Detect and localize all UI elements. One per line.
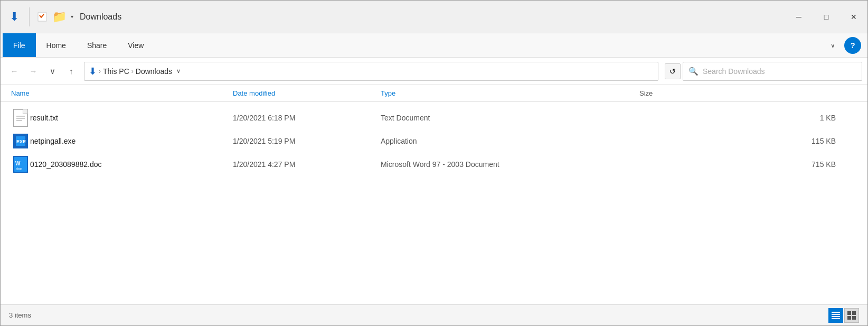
svg-rect-18 — [852, 311, 856, 315]
nav-dropdown-button[interactable]: ∨ — [44, 63, 61, 80]
menu-share[interactable]: Share — [77, 33, 117, 57]
nav-bar: ← → ∨ ↑ ⬇ › This PC › Downloads ∨ ↺ 🔍 Se… — [1, 58, 867, 85]
address-dropdown-arrow[interactable]: ∨ — [176, 68, 181, 74]
table-row[interactable]: W .doc 0120_203089882.doc 1/20/2021 4:27… — [1, 153, 867, 176]
close-button[interactable]: ✕ — [840, 1, 867, 33]
file-name: netpingall.exe — [30, 137, 233, 145]
address-downloads: Downloads — [136, 67, 172, 76]
exe-icon: EXE — [13, 134, 28, 148]
window-title: Downloads — [80, 12, 121, 22]
svg-rect-19 — [847, 316, 851, 320]
window-controls: ─ □ ✕ — [785, 1, 867, 33]
menu-bar: File Home Share View ∨ ? — [1, 33, 867, 58]
checklist-icon — [36, 11, 49, 23]
search-icon: 🔍 — [688, 67, 699, 76]
menu-file[interactable]: File — [3, 33, 36, 57]
download-icon: ⬇ — [6, 8, 23, 25]
up-button[interactable]: ↑ — [63, 63, 80, 80]
forward-button[interactable]: → — [25, 63, 42, 80]
search-bar[interactable]: 🔍 Search Downloads — [683, 62, 862, 81]
svg-rect-14 — [832, 314, 840, 315]
title-dropdown-arrow[interactable]: ▾ — [71, 14, 73, 20]
file-date: 1/20/2021 5:19 PM — [233, 137, 381, 145]
file-date: 1/20/2021 6:18 PM — [233, 114, 381, 122]
file-size: 1 KB — [639, 114, 857, 122]
menu-expand-button[interactable]: ∨ — [823, 36, 842, 55]
file-size: 715 KB — [639, 160, 857, 169]
table-row[interactable]: result.txt 1/20/2021 6:18 PM Text Docume… — [1, 106, 867, 129]
column-headers: Name Date modified Type Size — [1, 85, 867, 102]
svg-marker-2 — [23, 109, 27, 114]
file-type: Application — [381, 137, 639, 145]
menu-bar-right: ∨ ? — [823, 33, 865, 57]
table-row[interactable]: EXE netpingall.exe 1/20/2021 5:19 PM App… — [1, 129, 867, 153]
svg-rect-20 — [852, 316, 856, 320]
title-bar: ⬇ 📁 ▾ Downloads ─ □ ✕ — [1, 1, 867, 33]
back-button[interactable]: ← — [6, 63, 23, 80]
folder-icon: 📁 — [52, 10, 67, 24]
file-icon-exe: EXE — [11, 134, 30, 148]
file-type: Text Document — [381, 114, 639, 122]
svg-text:EXE: EXE — [16, 139, 26, 144]
status-item-count: 3 items — [9, 311, 31, 319]
view-details-button[interactable] — [828, 308, 843, 323]
file-icon-txt — [11, 109, 30, 127]
help-button[interactable]: ? — [844, 37, 861, 54]
file-name: 0120_203089882.doc — [30, 160, 233, 169]
doc-icon: W .doc — [13, 156, 28, 173]
svg-rect-13 — [832, 312, 840, 313]
address-bar[interactable]: ⬇ › This PC › Downloads ∨ — [84, 62, 658, 81]
view-tiles-button[interactable] — [844, 308, 859, 323]
txt-icon — [13, 109, 28, 127]
search-placeholder: Search Downloads — [703, 67, 765, 76]
col-header-name[interactable]: Name — [11, 89, 233, 97]
address-download-icon: ⬇ — [89, 66, 97, 77]
file-list: result.txt 1/20/2021 6:18 PM Text Docume… — [1, 102, 867, 304]
minimize-button[interactable]: ─ — [785, 1, 813, 33]
svg-rect-17 — [847, 311, 851, 315]
explorer-window: ⬇ 📁 ▾ Downloads ─ □ ✕ File Home Share Vi… — [0, 0, 868, 326]
maximize-button[interactable]: □ — [813, 1, 840, 33]
file-name: result.txt — [30, 114, 233, 122]
svg-text:.doc: .doc — [15, 167, 22, 171]
status-bar: 3 items — [1, 304, 867, 325]
file-type: Microsoft Word 97 - 2003 Document — [381, 160, 639, 169]
file-size: 115 KB — [639, 137, 857, 145]
address-separator-2: › — [131, 68, 134, 75]
col-header-size[interactable]: Size — [639, 89, 867, 97]
address-separator-1: › — [99, 68, 101, 75]
content-area: Name Date modified Type Size — [1, 85, 867, 304]
svg-marker-1 — [14, 109, 27, 126]
col-header-type[interactable]: Type — [381, 89, 639, 97]
svg-rect-15 — [832, 316, 840, 317]
col-header-date[interactable]: Date modified — [233, 89, 381, 97]
separator — [29, 7, 30, 26]
svg-rect-16 — [832, 318, 840, 319]
refresh-button[interactable]: ↺ — [665, 63, 681, 79]
file-date: 1/20/2021 4:27 PM — [233, 160, 381, 169]
address-this-pc: This PC — [103, 67, 129, 76]
svg-text:W: W — [15, 161, 21, 166]
file-icon-doc: W .doc — [11, 156, 30, 173]
title-bar-icons: ⬇ 📁 ▾ — [6, 7, 73, 26]
menu-home[interactable]: Home — [36, 33, 77, 57]
status-view-buttons — [828, 308, 859, 323]
menu-view[interactable]: View — [117, 33, 154, 57]
